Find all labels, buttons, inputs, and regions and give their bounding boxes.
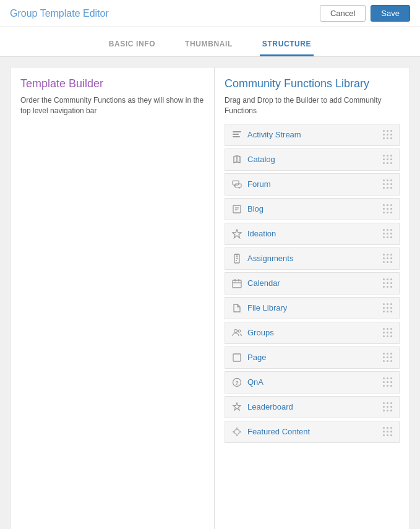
catalog-label: Catalog (247, 155, 275, 164)
activity-stream-label: Activity Stream (247, 130, 301, 139)
function-item-qna[interactable]: ?QnA (225, 371, 400, 394)
featured-content-icon (231, 426, 242, 437)
function-item-activity-stream[interactable]: Activity Stream (225, 124, 400, 146)
ideation-drag-handle[interactable] (383, 229, 393, 239)
cancel-button[interactable]: Cancel (320, 5, 366, 22)
function-item-calendar[interactable]: Calendar (225, 272, 400, 295)
assignments-drag-handle[interactable] (383, 254, 393, 264)
leaderboard-label: Leaderboard (247, 402, 293, 411)
function-item-file-library[interactable]: File Library (225, 297, 400, 319)
header: Group Template Editor Cancel Save (0, 0, 420, 27)
calendar-drag-handle[interactable] (383, 278, 393, 288)
page-title: Group Template Editor (10, 8, 109, 19)
groups-label: Groups (247, 328, 274, 337)
file-library-icon (231, 303, 242, 314)
template-builder: Template Builder Order the Community Fun… (10, 67, 214, 529)
leaderboard-icon (231, 402, 242, 413)
leaderboard-drag-handle[interactable] (383, 402, 393, 412)
svg-rect-21 (233, 354, 241, 361)
save-button[interactable]: Save (371, 5, 410, 22)
tab-basic-info[interactable]: BASIC INFO (106, 35, 158, 56)
svg-point-20 (238, 330, 241, 332)
forum-label: Forum (247, 179, 271, 189)
tabs: BASIC INFO THUMBNAIL STRUCTURE (0, 27, 420, 57)
ideation-icon (231, 228, 242, 239)
function-item-ideation[interactable]: Ideation (225, 223, 400, 245)
assignments-icon (231, 253, 242, 264)
main-content: Template Builder Order the Community Fun… (0, 57, 420, 529)
svg-rect-5 (235, 184, 241, 187)
forum-icon (231, 179, 242, 190)
ideation-label: Ideation (247, 229, 276, 238)
library-title: Community Functions Library (225, 77, 400, 90)
svg-point-24 (234, 429, 239, 434)
featured-content-drag-handle[interactable] (383, 427, 393, 437)
blog-icon (231, 204, 242, 215)
groups-icon (231, 327, 242, 338)
header-actions: Cancel Save (320, 5, 410, 22)
catalog-icon (231, 154, 242, 165)
function-item-assignments[interactable]: Assignments (225, 247, 400, 270)
page-icon (231, 352, 242, 363)
functions-library: Community Functions Library Drag and Dro… (214, 67, 410, 529)
svg-rect-14 (236, 254, 238, 255)
qna-label: QnA (247, 377, 264, 387)
svg-marker-9 (233, 230, 241, 238)
file-library-drag-handle[interactable] (383, 303, 393, 313)
svg-rect-4 (233, 181, 239, 185)
svg-rect-1 (233, 134, 239, 135)
blog-drag-handle[interactable] (383, 204, 393, 214)
builder-title: Template Builder (20, 77, 204, 90)
svg-text:?: ? (235, 380, 239, 386)
svg-rect-15 (233, 280, 241, 288)
assignments-label: Assignments (247, 254, 293, 263)
function-item-leaderboard[interactable]: Leaderboard (225, 396, 400, 418)
svg-rect-0 (233, 131, 241, 132)
svg-rect-6 (233, 205, 241, 213)
svg-point-19 (234, 329, 238, 332)
featured-content-label: Featured Content (247, 427, 310, 436)
activity-stream-drag-handle[interactable] (383, 130, 393, 140)
qna-icon: ? (231, 377, 242, 388)
function-item-page[interactable]: Page (225, 346, 400, 369)
function-item-forum[interactable]: Forum (225, 173, 400, 196)
catalog-drag-handle[interactable] (383, 155, 393, 165)
function-item-featured-content[interactable]: Featured Content (225, 421, 400, 443)
page-label: Page (247, 353, 266, 362)
svg-rect-2 (233, 136, 240, 137)
function-item-blog[interactable]: Blog (225, 198, 400, 220)
calendar-icon (231, 278, 242, 289)
library-description: Drag and Drop to the Builder to add Comm… (225, 95, 400, 116)
tab-thumbnail[interactable]: THUMBNAIL (182, 35, 235, 56)
tab-structure[interactable]: STRUCTURE (260, 35, 314, 56)
calendar-label: Calendar (247, 278, 280, 288)
function-item-catalog[interactable]: Catalog (225, 148, 400, 171)
forum-drag-handle[interactable] (383, 179, 393, 189)
builder-description: Order the Community Functions as they wi… (20, 95, 204, 116)
activity-stream-icon (231, 129, 242, 140)
function-item-groups[interactable]: Groups (225, 322, 400, 344)
file-library-label: File Library (247, 303, 287, 312)
blog-label: Blog (247, 204, 264, 213)
groups-drag-handle[interactable] (383, 328, 393, 338)
qna-drag-handle[interactable] (383, 377, 393, 387)
function-items-list: Activity StreamCatalogForumBlogIdeationA… (225, 124, 400, 443)
page-drag-handle[interactable] (383, 353, 393, 363)
